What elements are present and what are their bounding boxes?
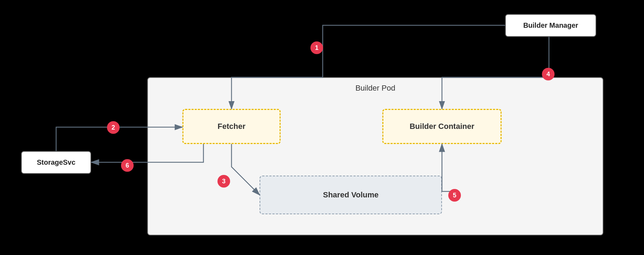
step-badge-4: 4 (542, 68, 555, 80)
builder-manager-label: Builder Manager (523, 21, 578, 30)
builder-manager-box: Builder Manager (505, 14, 596, 37)
fetcher-box: Fetcher (182, 109, 281, 144)
step-badge-6: 6 (121, 159, 134, 172)
step-badge-5: 5 (448, 189, 461, 202)
builder-container-label: Builder Container (410, 122, 475, 131)
step-badge-2: 2 (107, 121, 120, 134)
shared-volume-box: Shared Volume (260, 176, 442, 214)
storage-svc-label: StorageSvc (37, 158, 75, 166)
fetcher-label: Fetcher (217, 122, 245, 131)
step-badge-1: 1 (310, 41, 323, 54)
storage-svc-box: StorageSvc (21, 151, 91, 174)
builder-pod-label: Builder Pod (355, 84, 395, 93)
diagram-container: Builder Pod Builder Manager StorageSvc F… (0, 0, 644, 255)
arrow-2-part (56, 127, 114, 151)
shared-volume-label: Shared Volume (323, 190, 379, 200)
builder-container-box: Builder Container (382, 109, 502, 144)
step-badge-3: 3 (217, 175, 230, 188)
